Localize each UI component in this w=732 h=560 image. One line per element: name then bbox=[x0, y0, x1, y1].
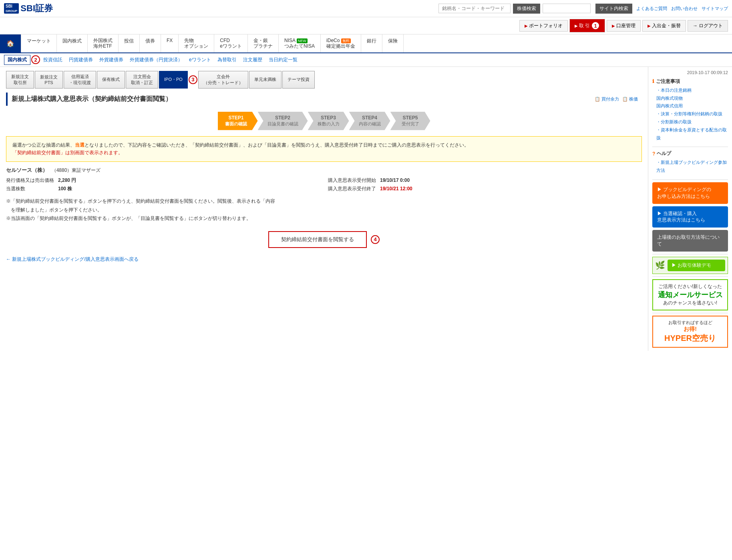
top-header: SBIGROUP SBI証券 株価検索 サイト内検索 よくあるご質問 お問い合わ… bbox=[0, 0, 732, 17]
tsuuchi-sub: あのチャンスを逃さない! bbox=[656, 300, 724, 306]
tsuuchi-name: 通知メールサービス bbox=[656, 290, 724, 300]
help-links: ・新規上場ブックビルディング参加方法 bbox=[652, 159, 728, 175]
theme-invest-btn[interactable]: テーマ投資 bbox=[282, 71, 315, 89]
stock-search-button[interactable]: 株価検索 bbox=[513, 4, 540, 14]
divider-3 bbox=[652, 254, 728, 254]
nav-insurance[interactable]: 保険 bbox=[382, 34, 404, 52]
sub-nav-fx-bond[interactable]: 外貨建債券 bbox=[96, 55, 127, 64]
clipboard-icon-1: 📋 bbox=[595, 97, 600, 102]
issue-price-row: 発行価格又は売出価格 2,280 円 bbox=[6, 177, 320, 184]
holding-stocks-btn[interactable]: 保有株式 bbox=[97, 71, 125, 89]
sub-nav-jpy-bond[interactable]: 円貨建債券 bbox=[66, 55, 96, 64]
sub-nav-trust[interactable]: 投資信託 bbox=[40, 55, 66, 64]
account-button[interactable]: ▶ 口座管理 bbox=[607, 20, 641, 32]
sub-nav-domestic[interactable]: 国内株式 bbox=[4, 55, 30, 65]
site-search-button[interactable]: サイト内検索 bbox=[595, 4, 632, 14]
end-row: 購入意思表示受付終了 19/10/21 12:00 bbox=[328, 185, 642, 192]
nav-ideco[interactable]: iDeCo 無料確定拠出年金 bbox=[321, 34, 361, 52]
start-label: 購入意思表示受付開始 bbox=[328, 177, 376, 184]
win-count-label: 当選株数 bbox=[6, 185, 54, 192]
step-5-label: 受付完了 bbox=[400, 121, 421, 127]
stock-name-text: セルソース（株） bbox=[6, 167, 48, 173]
after-listing-btn-label: 上場後のお取引方法等について bbox=[657, 234, 720, 247]
sub-nav-fx-bond-jpy[interactable]: 外貨建債券（円貨決済） bbox=[127, 55, 186, 64]
logout-label: ログアウト bbox=[699, 22, 723, 29]
sub-nav-forex[interactable]: 為替取引 bbox=[214, 55, 240, 64]
notice-link-domestic-credit[interactable]: 国内株式信用 bbox=[656, 102, 728, 110]
step-2: STEP2 目論見書の確認 bbox=[258, 112, 308, 130]
step-5: STEP5 受付完了 bbox=[390, 112, 430, 130]
faq-link[interactable]: よくあるご質問 bbox=[636, 6, 667, 12]
back-link[interactable]: ← 新規上場株式ブックビルディング/購入意思表示画面へ戻る bbox=[6, 256, 139, 263]
stock-price-link[interactable]: 📋 株価 bbox=[622, 96, 638, 102]
action-buttons: 新規注文取引所 新規注文PTS 信用返済・現引現渡 保有株式 注文照会取消・訂正… bbox=[6, 71, 642, 89]
nav-bond[interactable]: 債券 bbox=[140, 34, 161, 52]
stock-info-section: セルソース（株） （4880）東証マザーズ 発行価格又は売出価格 2,280 円… bbox=[6, 167, 642, 192]
sub-nav-todays-deal[interactable]: 当日約定一覧 bbox=[265, 55, 301, 64]
buying-power-link[interactable]: 📋 買付余力 bbox=[595, 96, 619, 102]
divider-1 bbox=[652, 147, 728, 147]
notice-link-capital[interactable]: ・資本剰余金を原資とする配当の取扱 bbox=[656, 126, 728, 142]
demo-promo: 🌿 ▶ お取引体験デモ bbox=[652, 257, 728, 274]
notice-link-rights[interactable]: ・決算・分割等権利付銘柄の取扱 bbox=[656, 110, 728, 118]
sub-nav-ewarrant[interactable]: eワラント bbox=[186, 55, 214, 64]
trade-label: 取 引 bbox=[579, 22, 590, 29]
demo-label: お取引体験デモ bbox=[678, 262, 711, 268]
deposit-button[interactable]: ▶ 入出金・振替 bbox=[642, 20, 686, 32]
nav-domestic-stock[interactable]: 国内株式 bbox=[57, 34, 88, 52]
bookbuilding-btn-arrow: ▶ bbox=[657, 187, 662, 192]
nav-bank[interactable]: 銀行 bbox=[361, 34, 382, 52]
main-content: 新規注文取引所 新規注文PTS 信用返済・現引現渡 保有株式 注文照会取消・訂正… bbox=[0, 67, 648, 351]
order-inquiry-btn[interactable]: 注文照会取消・訂正 bbox=[126, 71, 158, 89]
sitemap-link[interactable]: サイトマップ bbox=[702, 6, 728, 12]
nav-trust[interactable]: 投信 bbox=[119, 34, 140, 52]
button-area: 契約締結前交付書面を閲覧する 4 bbox=[6, 231, 642, 248]
trade-button[interactable]: ▶ 取 引 1 bbox=[569, 19, 605, 32]
nav-home[interactable]: 🏠 bbox=[0, 34, 21, 52]
bookbuilding-btn[interactable]: ▶ ブックビルディングのお申し込み方法はこちら bbox=[652, 182, 728, 204]
stock-code: （4880）東証マザーズ bbox=[52, 167, 101, 173]
help-link-bookbuilding[interactable]: ・新規上場ブックビルディング参加方法 bbox=[656, 159, 728, 175]
issue-price-label: 発行価格又は売出価格 bbox=[6, 177, 54, 184]
nav-nisa[interactable]: NISA NEWつみたてNISA bbox=[279, 34, 321, 52]
deposit-label: 入出金・振替 bbox=[652, 22, 681, 29]
new-order-pts-btn[interactable]: 新規注文PTS bbox=[35, 71, 63, 89]
after-listing-btn[interactable]: 上場後のお取引方法等について bbox=[652, 230, 728, 252]
divider-5 bbox=[652, 313, 728, 313]
step-4-label: 内容の確認 bbox=[359, 121, 381, 127]
annotation-2: 2 bbox=[31, 55, 40, 64]
logout-icon: → bbox=[693, 23, 698, 28]
site-search-input[interactable] bbox=[543, 4, 591, 13]
notice-link-today[interactable]: ・本日の注意銘柄 bbox=[656, 87, 728, 95]
view-document-button[interactable]: 契約締結前交付書面を閲覧する bbox=[268, 231, 367, 248]
new-order-exchange-btn[interactable]: 新規注文取引所 bbox=[6, 71, 34, 89]
ipo-po-btn[interactable]: IPO・PO bbox=[159, 71, 188, 89]
nav-foreign-stock[interactable]: 外国株式海外ETF bbox=[88, 34, 119, 52]
step-4-num: STEP4 bbox=[359, 115, 381, 121]
logout-button[interactable]: → ログアウト bbox=[688, 20, 728, 32]
nav-gold[interactable]: 金・銀プラチナ bbox=[248, 34, 279, 52]
top-links: よくあるご質問 お問い合わせ サイトマップ bbox=[636, 6, 728, 12]
notice-title: ℹ ご注意事項 bbox=[652, 78, 728, 85]
portfolio-button[interactable]: ▶ ポートフォリオ bbox=[519, 20, 568, 32]
contact-link[interactable]: お問い合わせ bbox=[671, 6, 698, 12]
annotation-3: 3 bbox=[189, 75, 197, 84]
sub-nav-order-history[interactable]: 注文履歴 bbox=[240, 55, 265, 64]
nav-cfd[interactable]: CFDeワラント bbox=[214, 34, 248, 52]
clipboard-icon-2: 📋 bbox=[622, 97, 628, 102]
odd-lot-btn[interactable]: 単元未満株 bbox=[249, 71, 282, 89]
hyper-title: HYPER空売り bbox=[656, 333, 724, 344]
win-confirm-btn[interactable]: ▶ 当選確認・購入意思表示方法はこちら bbox=[652, 206, 728, 228]
notice-section: ℹ ご注意事項 ・本日の注意銘柄 国内株式現物 国内株式信用 ・決算・分割等権利… bbox=[652, 78, 728, 142]
trade-icon: ▶ bbox=[575, 24, 578, 28]
nav-futures[interactable]: 先物オプション bbox=[179, 34, 214, 52]
credit-repay-btn[interactable]: 信用返済・現引現渡 bbox=[64, 71, 96, 89]
step-5-num: STEP5 bbox=[400, 115, 421, 121]
nav-market[interactable]: マーケット bbox=[21, 34, 57, 52]
notice-link-split[interactable]: ・分割新株の取扱 bbox=[656, 118, 728, 126]
notice-link-domestic-spot[interactable]: 国内株式現物 bbox=[656, 95, 728, 103]
demo-btn[interactable]: ▶ お取引体験デモ bbox=[668, 260, 725, 271]
after-hours-btn[interactable]: 立会外（分売・トレード） bbox=[198, 71, 248, 89]
nav-fx[interactable]: FX bbox=[161, 34, 179, 52]
search-input[interactable] bbox=[438, 4, 511, 13]
